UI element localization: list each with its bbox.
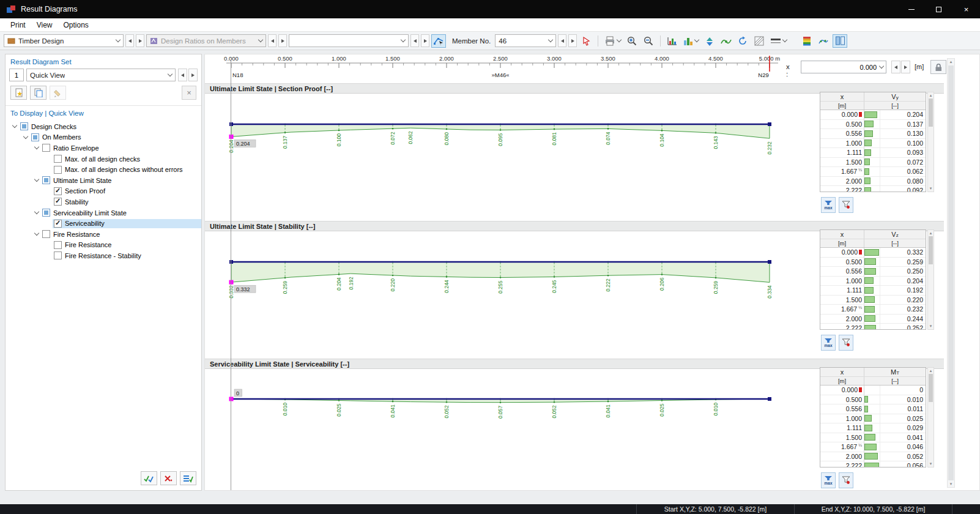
main-scrollbar[interactable]: ▴ ▾	[947, 58, 955, 488]
diagram-colors-button[interactable]	[665, 34, 680, 48]
checkbox-partial[interactable]	[31, 133, 39, 141]
module-prev-button[interactable]	[125, 34, 134, 47]
extreme-values-filter-button[interactable]	[839, 335, 853, 351]
expander-icon[interactable]	[34, 231, 39, 236]
module-next-button[interactable]	[136, 34, 144, 47]
tree-item[interactable]: Fire Resistance - Stability	[6, 250, 201, 261]
table-row[interactable]: 1.667⅓0.232	[820, 305, 926, 315]
extreme-values-filter-button[interactable]	[839, 197, 853, 213]
result-values-button[interactable]	[816, 34, 831, 48]
result-table[interactable]: xVz[m][--]0.0000.3320.5000.2590.5560.250…	[820, 229, 926, 330]
default-selection-button[interactable]	[180, 471, 196, 485]
tree-item[interactable]: Max. of all design checks without errors	[6, 164, 201, 175]
scroll-down-icon[interactable]: ▾	[928, 185, 934, 192]
edit-set-button[interactable]	[50, 86, 66, 100]
checkbox-empty[interactable]	[42, 230, 50, 238]
color-scale-button[interactable]	[800, 34, 814, 48]
table-row[interactable]: 1.0000.204	[820, 277, 926, 286]
tree-item[interactable]: Section Proof	[6, 186, 201, 197]
line-style-button[interactable]	[768, 34, 789, 48]
scroll-up-icon[interactable]: ▴	[948, 59, 954, 65]
max-filter-button[interactable]: max	[821, 335, 836, 351]
table-row[interactable]: 1.667⅓0.062	[820, 167, 926, 177]
table-row[interactable]: 0.5000.137	[820, 120, 926, 130]
set-number-box[interactable]: 1	[9, 69, 24, 81]
scrollbar-thumb[interactable]	[929, 236, 933, 264]
member-next-button[interactable]	[568, 34, 577, 47]
minimize-button[interactable]	[897, 0, 925, 18]
checkbox-empty[interactable]	[54, 166, 62, 174]
print-button[interactable]	[603, 34, 623, 48]
table-row[interactable]: 0.0000.204	[820, 110, 926, 120]
checkbox-empty[interactable]	[42, 144, 50, 152]
table-scrollbar[interactable]: ▴▾	[927, 229, 934, 330]
scrollbar-thumb[interactable]	[929, 374, 933, 402]
scrollbar-thumb[interactable]	[929, 99, 933, 127]
table-row[interactable]: 2.0000.052	[820, 452, 926, 462]
table-row[interactable]: 0.0000.332	[820, 248, 926, 258]
chart-options-button[interactable]	[681, 34, 700, 48]
filter-members-button[interactable]	[702, 34, 717, 48]
scroll-up-icon[interactable]: ▴	[928, 92, 934, 99]
table-row[interactable]: 2.0000.080	[820, 177, 926, 187]
result-type-next-button[interactable]	[278, 34, 287, 47]
table-row[interactable]: 1.1110.192	[820, 286, 926, 296]
tree-item[interactable]: Ratio Envelope	[6, 143, 201, 154]
table-row[interactable]: 0.5000.259	[820, 258, 926, 267]
module-combo[interactable]: Timber Design	[4, 34, 124, 47]
smooth-results-button[interactable]	[719, 34, 733, 48]
checkbox-empty[interactable]	[54, 241, 62, 249]
close-button[interactable]: ×	[952, 0, 980, 18]
scroll-up-icon[interactable]: ▴	[928, 230, 934, 236]
delete-set-button[interactable]: ×	[182, 86, 196, 100]
panel-layout-button[interactable]	[833, 34, 847, 48]
menu-options[interactable]: Options	[58, 20, 94, 31]
set-next-button[interactable]	[188, 69, 198, 81]
hatching-button[interactable]	[752, 34, 767, 48]
checkbox-checked[interactable]	[54, 220, 62, 228]
tree-item[interactable]: Ultimate Limit State	[6, 175, 201, 186]
result-type-combo[interactable]: Design Ratios on Members	[146, 34, 266, 47]
table-row[interactable]: 0.5560.250	[820, 267, 926, 277]
checkbox-empty[interactable]	[54, 155, 62, 163]
table-row[interactable]: 1.1110.093	[820, 148, 926, 158]
table-scrollbar[interactable]: ▴▾	[927, 92, 934, 192]
result-table[interactable]: xVy[m][--]0.0000.2040.5000.1370.5560.130…	[820, 92, 926, 192]
zoom-in-button[interactable]	[625, 34, 639, 48]
scrollbar-thumb[interactable]	[948, 65, 954, 480]
result-type-prev-button[interactable]	[268, 34, 277, 47]
uncheck-all-button[interactable]	[160, 471, 177, 485]
max-filter-button[interactable]: max	[821, 472, 836, 488]
expander-icon[interactable]	[23, 134, 28, 139]
copy-set-button[interactable]	[30, 86, 46, 100]
result-set-next-button[interactable]	[421, 34, 429, 47]
tree-item[interactable]: Stability	[6, 196, 201, 207]
check-all-button[interactable]	[141, 471, 157, 485]
checkbox-empty[interactable]	[54, 251, 62, 259]
table-row[interactable]: 1.5000.220	[820, 296, 926, 305]
expander-icon[interactable]	[34, 209, 39, 214]
expander-icon[interactable]	[12, 123, 17, 128]
table-row[interactable]: 2.2220.092	[820, 186, 926, 192]
table-row[interactable]: 0.5560.130	[820, 129, 926, 139]
table-row[interactable]: 2.2220.056	[820, 461, 926, 467]
x-next-button[interactable]	[901, 61, 910, 73]
tree-item[interactable]: Fire Resistance	[6, 240, 201, 251]
tree-item[interactable]: Max. of all design checks	[6, 154, 201, 165]
scroll-down-icon[interactable]: ▾	[928, 461, 934, 467]
table-row[interactable]: 1.1110.029	[820, 423, 926, 433]
tree-item[interactable]: On Members	[6, 132, 201, 143]
scroll-up-icon[interactable]: ▴	[928, 368, 934, 374]
table-row[interactable]: 1.667⅓0.046	[820, 442, 926, 452]
max-filter-button[interactable]: max	[821, 197, 836, 213]
refresh-results-button[interactable]	[735, 34, 750, 48]
set-prev-button[interactable]	[178, 69, 187, 81]
checkbox-checked[interactable]	[54, 187, 62, 195]
table-row[interactable]: 1.0000.100	[820, 139, 926, 149]
tree-item[interactable]: Design Checks	[6, 121, 201, 132]
checkbox-partial[interactable]	[42, 209, 50, 217]
result-set-combo[interactable]	[289, 34, 409, 47]
scroll-down-icon[interactable]: ▾	[928, 323, 934, 329]
tree-item[interactable]: Serviceability	[6, 218, 201, 229]
tree-item[interactable]: Fire Resistance	[6, 229, 201, 240]
